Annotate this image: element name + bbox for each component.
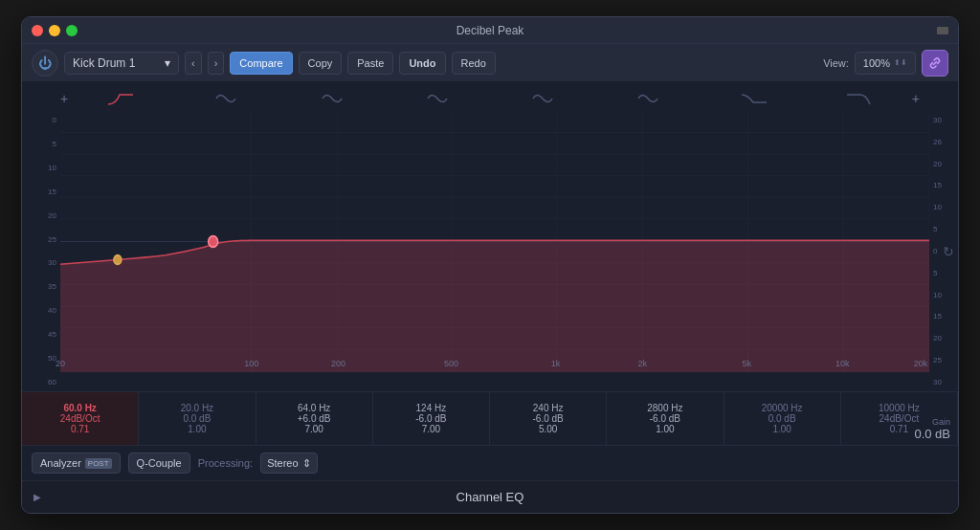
band-icons-row: + [22, 82, 958, 111]
add-band-left[interactable]: + [60, 91, 68, 106]
analyzer-button[interactable]: Analyzer POST [32, 453, 121, 474]
band-2-q: 1.00 [188, 424, 206, 434]
processing-select[interactable]: Stereo ⇕ [260, 453, 317, 474]
band-7-params[interactable]: 20000 Hz 0.0 dB 1.00 [724, 392, 841, 445]
band-3-params[interactable]: 64.0 Hz +6.0 dB 7.00 [256, 392, 373, 445]
band-4-db: -6.0 dB [415, 413, 446, 424]
band-7-icon[interactable] [701, 89, 806, 108]
view-label: View: [823, 57, 849, 69]
freq-label-200: 200 [331, 359, 345, 368]
band-3-q: 7.00 [304, 424, 323, 434]
band-2-freq: 20.0 Hz [181, 403, 213, 413]
freq-labels-row: 20 100 200 500 1k 2k 5k 10k 20k [60, 355, 929, 372]
undo-button[interactable]: Undo [399, 52, 445, 75]
bottom-controls: Analyzer POST Q-Couple Processing: Stere… [22, 446, 958, 480]
processing-label: Processing: [198, 457, 253, 469]
db-labels-left: 0 5 10 15 20 25 30 35 40 45 50 60 [22, 111, 60, 391]
band-4-freq: 124 Hz [416, 403, 447, 413]
band-1-params[interactable]: 60.0 Hz 24dB/Oct 0.71 [22, 392, 139, 445]
band-params-row: 60.0 Hz 24dB/Oct 0.71 20.0 Hz 0.0 dB 1.0… [22, 392, 958, 446]
freq-label-500: 500 [444, 359, 458, 368]
freq-label-100: 100 [244, 359, 258, 368]
link-icon [928, 56, 942, 70]
band-6-icon[interactable] [595, 90, 701, 107]
nav-prev-button[interactable]: ‹ [185, 52, 202, 75]
svg-point-22 [209, 236, 218, 248]
band-8-icon[interactable] [807, 89, 912, 108]
toolbar: ⏻ Kick Drum 1 ▾ ‹ › Compare Copy Paste U… [22, 44, 958, 82]
footer-title: Channel EQ [457, 490, 524, 504]
eq-section: + [22, 82, 958, 480]
band-2-icon[interactable] [173, 90, 278, 107]
window-controls [32, 25, 78, 36]
band-1-db: 24dB/Oct [60, 413, 100, 424]
preset-dropdown[interactable]: Kick Drum 1 ▾ [64, 52, 179, 75]
band-5-freq: 240 Hz [533, 403, 564, 413]
power-button[interactable]: ⏻ [32, 50, 58, 77]
band-2-params[interactable]: 20.0 Hz 0.0 dB 1.00 [139, 392, 256, 445]
paste-button[interactable]: Paste [347, 52, 393, 75]
play-button[interactable]: ▶ [33, 492, 41, 502]
close-button[interactable] [32, 25, 43, 36]
add-band-right[interactable]: + [912, 91, 920, 106]
band-7-q: 1.00 [772, 424, 791, 434]
minimize-button[interactable] [49, 25, 60, 36]
band-3-icon[interactable] [279, 90, 385, 107]
gain-display: Gain 0.0 dB [914, 417, 950, 441]
view-control[interactable]: 100% ⬆⬇ [855, 52, 916, 75]
band-7-freq: 20000 Hz [762, 403, 803, 413]
band-1-q: 0.71 [71, 424, 89, 434]
band-6-freq: 2800 Hz [647, 403, 682, 413]
redo-button[interactable]: Redo [452, 52, 496, 75]
band-4-params[interactable]: 124 Hz -6.0 dB 7.00 [373, 392, 490, 445]
gain-value: 0.0 dB [914, 427, 950, 441]
window-title: Decibel Peak [457, 24, 524, 37]
freq-label-2k: 2k [638, 359, 648, 368]
bottom-section: 60.0 Hz 24dB/Oct 0.71 20.0 Hz 0.0 dB 1.0… [22, 391, 958, 480]
dropdown-arrow-icon: ▾ [165, 56, 170, 70]
refresh-icon[interactable]: ↻ [943, 244, 954, 259]
band-6-db: -6.0 dB [650, 413, 680, 424]
band-5-db: -6.0 dB [533, 413, 564, 424]
band-3-db: +6.0 dB [298, 413, 331, 424]
link-button[interactable] [922, 50, 948, 77]
select-arrow-icon: ⇕ [302, 457, 311, 470]
compare-button[interactable]: Compare [230, 52, 292, 75]
nav-next-button[interactable]: › [208, 52, 225, 75]
band-6-q: 1.00 [656, 424, 674, 434]
band-8-q: 0.71 [890, 424, 908, 434]
band-5-q: 5.00 [539, 424, 557, 434]
eq-curve-svg [60, 111, 929, 372]
freq-label-1k: 1k [551, 359, 561, 368]
eq-curve-area[interactable]: 20 100 200 500 1k 2k 5k 10k 20k [60, 111, 929, 372]
freq-label-10k: 10k [835, 359, 850, 368]
band-4-icon[interactable] [385, 90, 490, 107]
band-8-db: 24dB/Oct [880, 413, 920, 424]
band-1-freq: 60.0 Hz [63, 403, 96, 413]
freq-label-20: 20 [56, 359, 65, 368]
svg-point-23 [114, 255, 122, 264]
footer-bar: ▶ Channel EQ [22, 480, 958, 513]
window-resize-handle [937, 27, 948, 34]
eq-display[interactable]: 0 5 10 15 20 25 30 35 40 45 50 60 [22, 111, 958, 391]
band-6-params[interactable]: 2800 Hz -6.0 dB 1.00 [607, 392, 724, 445]
copy-button[interactable]: Copy [299, 52, 343, 75]
band-5-icon[interactable] [490, 90, 595, 107]
band-2-db: 0.0 dB [183, 413, 211, 424]
post-badge: POST [85, 458, 112, 469]
band-3-freq: 64.0 Hz [298, 403, 330, 413]
maximize-button[interactable] [66, 25, 78, 36]
band-7-db: 0.0 dB [768, 413, 796, 424]
qcouple-button[interactable]: Q-Couple [128, 453, 190, 474]
gain-label: Gain [914, 417, 950, 427]
freq-label-5k: 5k [743, 359, 752, 368]
band-4-q: 7.00 [422, 424, 440, 434]
band-1-icon[interactable] [68, 89, 173, 108]
freq-label-20k: 20k [914, 359, 928, 368]
preset-name: Kick Drum 1 [73, 56, 135, 70]
band-5-params[interactable]: 240 Hz -6.0 dB 5.00 [490, 392, 607, 445]
title-bar: Decibel Peak [22, 17, 958, 44]
band-8-freq: 10000 Hz [879, 403, 920, 413]
view-stepper-icon: ⬆⬇ [894, 58, 907, 67]
main-window: Decibel Peak ⏻ Kick Drum 1 ▾ ‹ › Compare… [21, 16, 959, 514]
